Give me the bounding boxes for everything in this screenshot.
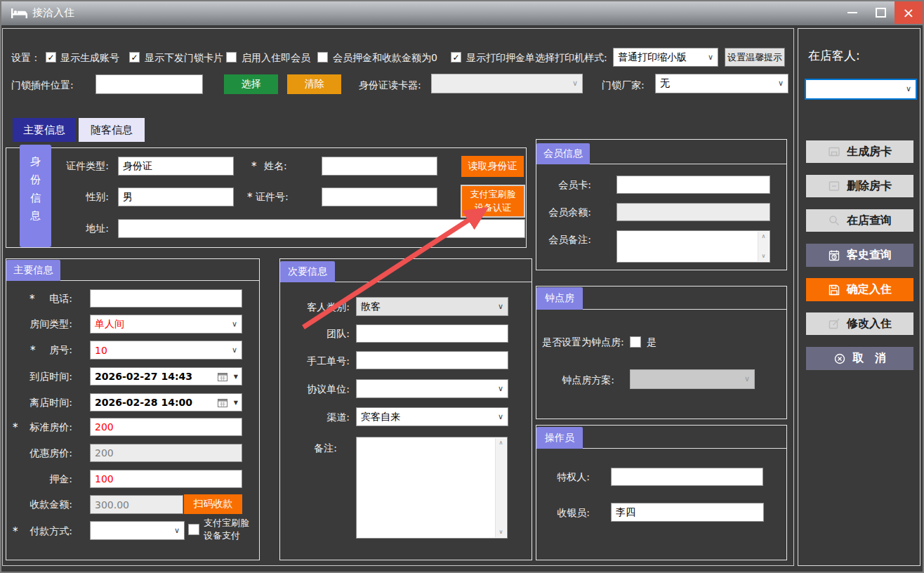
scroll-down-icon[interactable]: ∨ <box>762 253 766 259</box>
guest-type-label: 客人类别: <box>295 301 350 314</box>
channel-select[interactable]: 宾客自来 ∨ <box>356 407 508 426</box>
alipay-face-pay-checkbox[interactable] <box>188 524 199 535</box>
room-no-label: 房号: <box>21 344 72 357</box>
calendar-dropdown-icon: ▼ <box>234 374 238 380</box>
room-no-select[interactable]: 10 ∨ <box>90 341 242 360</box>
checkbox-checkin-as-member[interactable] <box>226 52 237 62</box>
check-icon: ✓ <box>452 53 459 62</box>
chevron-down-icon: ∨ <box>778 79 784 87</box>
room-type-select[interactable]: 单人间 ∨ <box>90 315 242 334</box>
printer-style-label: 选择打印机样式: <box>535 52 607 65</box>
chevron-down-icon: ∨ <box>174 527 180 534</box>
edit-icon <box>828 317 840 330</box>
cashier-input[interactable]: 李四 <box>611 503 764 522</box>
printer-style-select[interactable]: 普通打印缩小版 ∨ <box>613 48 718 67</box>
id-no-input[interactable] <box>322 187 437 206</box>
member-remark-label: 会员备注: <box>541 234 591 246</box>
checkbox-print-deposit-slip[interactable]: ✓ <box>451 52 461 62</box>
clear-button[interactable]: 清除 <box>287 74 341 94</box>
pay-method-label: 付款方式: <box>21 525 72 538</box>
gender-input[interactable]: 男 <box>118 187 234 206</box>
scroll-up-icon[interactable]: ∧ <box>762 234 766 239</box>
divider <box>583 448 786 449</box>
in-store-guest-select[interactable]: ∨ <box>805 79 917 100</box>
member-card-label: 会员卡: <box>541 179 591 192</box>
checkbox-label: 显示下发门锁卡片 <box>145 52 223 65</box>
calendar-icon <box>218 398 227 407</box>
calendar-icon <box>218 372 227 381</box>
remark-textarea[interactable]: ∧ ∨ <box>356 437 508 539</box>
privileged-input[interactable] <box>611 468 763 486</box>
member-card-input[interactable] <box>616 176 770 194</box>
hourly-yes-label: 是 <box>647 336 656 349</box>
check-icon: ✓ <box>47 53 54 62</box>
member-remark-textarea[interactable]: ∧ ∨ <box>616 230 770 263</box>
chevron-down-icon: ∨ <box>906 85 911 93</box>
alipay-face-pay-label: 支付宝刷脸 设备支付 <box>204 517 249 542</box>
leave-time-input[interactable]: 2026-02-28 14:00 ▼ <box>90 393 242 411</box>
leave-time-label: 离店时间: <box>21 397 72 409</box>
phone-input[interactable] <box>90 289 242 308</box>
read-id-button[interactable]: 读取身份证 <box>461 156 524 177</box>
id-reader-select[interactable]: ∨ <box>431 74 583 93</box>
manual-no-input[interactable] <box>356 351 508 369</box>
guest-history-query-button[interactable]: 客史查询 <box>806 244 913 267</box>
team-input[interactable] <box>356 324 508 343</box>
member-balance-label: 会员余额: <box>541 206 591 219</box>
minimize-icon <box>847 12 857 13</box>
delete-room-card-button[interactable]: 删除房卡 <box>806 175 913 197</box>
in-store-query-button[interactable]: 在店查询 <box>806 209 913 232</box>
alipay-face-auth-button[interactable]: 支付宝刷脸 设备认证 <box>461 185 525 218</box>
scroll-up-icon[interactable]: ∧ <box>499 440 503 446</box>
checkbox-show-generate-account[interactable]: ✓ <box>46 52 56 62</box>
tab-main-info[interactable]: 主要信息 <box>13 118 76 142</box>
address-input[interactable] <box>118 219 525 238</box>
scroll-down-icon[interactable]: ∨ <box>499 529 503 535</box>
doc-type-input[interactable]: 身份证 <box>118 157 234 176</box>
hourly-yes-checkbox[interactable] <box>630 336 641 348</box>
hourly-plan-label: 钟点房方案: <box>551 374 614 387</box>
name-label: 姓名: <box>264 160 287 173</box>
close-button[interactable]: × <box>895 1 923 24</box>
scan-pay-button[interactable]: 扫码收款 <box>184 494 242 514</box>
chevron-down-icon: ∨ <box>708 53 713 61</box>
printer-style-value: 普通打印缩小版 <box>618 51 687 64</box>
scrollbar[interactable]: ∧ ∨ <box>495 438 506 537</box>
cancel-button[interactable]: 取 消 <box>806 347 913 370</box>
modify-checkin-button[interactable]: 修改入住 <box>806 312 913 335</box>
warm-tips-button[interactable]: 设置温馨提示 <box>725 48 785 67</box>
scrollbar[interactable]: ∧ ∨ <box>758 232 769 261</box>
divider <box>583 309 786 310</box>
checkbox-label: 显示打印押金单 <box>466 52 535 65</box>
pay-method-select[interactable]: ∨ <box>90 521 185 540</box>
tab-guest-info[interactable]: 随客信息 <box>79 118 145 142</box>
title-bar: 接洽入住 × <box>0 0 924 26</box>
agreement-unit-select[interactable]: ∨ <box>356 379 508 398</box>
checkbox-member-zero-amount[interactable] <box>317 52 328 62</box>
maximize-button[interactable] <box>868 0 893 25</box>
checkbox-label: 会员押金和收款金额为0 <box>333 52 437 65</box>
amount-label: 收款金额: <box>21 499 72 511</box>
lock-plugin-input[interactable] <box>95 74 203 94</box>
confirm-checkin-button[interactable]: 确定入住 <box>806 278 913 301</box>
arrive-time-input[interactable]: 2026-02-27 14:43 ▼ <box>90 367 242 386</box>
name-input[interactable] <box>322 157 437 176</box>
deposit-input[interactable]: 100 <box>90 470 242 488</box>
member-balance-input <box>616 203 770 221</box>
required-mark: * <box>13 423 18 433</box>
lock-vendor-select[interactable]: 无 ∨ <box>655 74 788 93</box>
generate-room-card-button[interactable]: 生成房卡 <box>806 140 913 163</box>
hourly-question-label: 是否设置为钟点房: <box>542 336 624 349</box>
minimize-button[interactable] <box>840 0 865 25</box>
std-price-input[interactable]: 200 <box>90 418 242 436</box>
close-icon: × <box>903 4 915 21</box>
remark-label: 备注: <box>295 442 337 455</box>
guest-type-select[interactable]: 散客 ∨ <box>356 297 508 316</box>
choose-button[interactable]: 选择 <box>224 74 278 94</box>
gender-label: 性别: <box>42 191 109 204</box>
team-label: 团队: <box>295 328 350 341</box>
cashier-label: 收银员: <box>541 507 590 520</box>
checkbox-show-lock-card[interactable]: ✓ <box>129 52 140 62</box>
chevron-down-icon: ∨ <box>498 303 503 310</box>
chevron-down-icon: ∨ <box>744 375 750 383</box>
